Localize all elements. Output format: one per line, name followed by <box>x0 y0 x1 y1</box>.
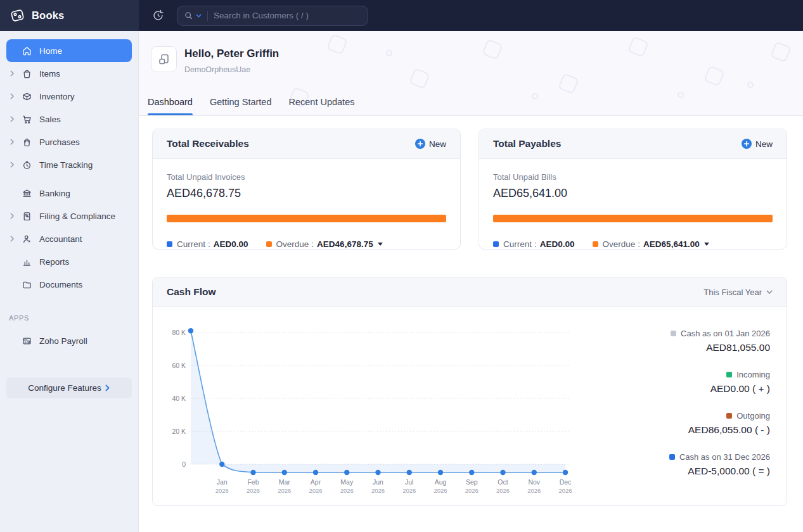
chevron-right-icon <box>10 139 15 145</box>
books-logo[interactable]: Books <box>0 0 139 31</box>
cashflow-summary: Cash as on 01 Jan 2026AED81,055.00Incomi… <box>669 329 770 493</box>
tab-dashboard[interactable]: Dashboard <box>148 97 193 115</box>
svg-text:Dec: Dec <box>560 478 572 486</box>
new-bill-button[interactable]: New <box>742 139 773 149</box>
receivables-current-legend: Current : AED0.00 <box>167 239 248 249</box>
global-search[interactable] <box>177 6 368 26</box>
apps-section-label: APPS <box>9 314 138 322</box>
new-invoice-button[interactable]: New <box>415 139 446 149</box>
svg-text:2026: 2026 <box>527 487 541 494</box>
sidebar-item-banking[interactable]: Banking <box>6 182 132 205</box>
svg-text:Oct: Oct <box>498 478 508 486</box>
tab-recent-updates[interactable]: Recent Updates <box>288 97 354 115</box>
sidebar-item-zoho-payroll[interactable]: Zoho Payroll <box>6 329 132 352</box>
svg-text:2026: 2026 <box>340 487 354 494</box>
sidebar-item-label: Time Tracking <box>39 160 93 170</box>
svg-text:Nov: Nov <box>528 478 540 486</box>
decor-shape <box>482 39 503 60</box>
sidebar-item-documents[interactable]: Documents <box>6 273 132 296</box>
sidebar-item-label: Zoho Payroll <box>39 336 87 346</box>
sidebar-item-label: Inventory <box>39 92 75 101</box>
decor-shape <box>532 93 538 99</box>
svg-text:Jan: Jan <box>217 478 228 486</box>
plus-circle-icon <box>742 139 752 149</box>
svg-text:Mar: Mar <box>279 478 291 486</box>
sidebar-item-label: Purchases <box>39 137 80 147</box>
purchases-icon <box>22 137 32 148</box>
svg-text:Jun: Jun <box>373 478 383 486</box>
legend-swatch <box>726 372 732 377</box>
svg-text:2026: 2026 <box>215 487 229 494</box>
receivables-amount: AED46,678.75 <box>167 187 446 200</box>
plus-circle-icon <box>415 139 425 149</box>
svg-text:2026: 2026 <box>434 487 447 494</box>
receivables-overdue-legend: Overdue : AED46,678.75 <box>266 239 383 249</box>
decor-shape <box>326 34 348 55</box>
main-area: Hello, Peter Griffin DemoOrpheusUae Dash… <box>139 31 803 532</box>
svg-text:20 K: 20 K <box>172 428 186 435</box>
sidebar-item-label: Sales <box>39 115 61 124</box>
org-avatar <box>151 46 177 72</box>
sidebar-apps: Zoho Payroll <box>0 329 138 352</box>
decor-shape <box>627 36 649 58</box>
chevron-right-icon <box>10 213 15 219</box>
filing-icon <box>22 211 32 222</box>
configure-features-label: Configure Features <box>28 383 101 393</box>
sidebar-item-filing-compliance[interactable]: Filing & Compliance <box>6 205 132 227</box>
sales-icon <box>22 114 32 125</box>
time-icon <box>22 160 32 170</box>
svg-text:0: 0 <box>182 460 186 468</box>
svg-text:Aug: Aug <box>435 478 447 486</box>
search-scope-caret-icon[interactable] <box>196 14 202 18</box>
svg-text:2026: 2026 <box>558 487 572 494</box>
svg-text:2026: 2026 <box>278 487 291 494</box>
overdue-swatch <box>266 241 272 247</box>
cashflow-summary-incoming: IncomingAED0.00 ( + ) <box>669 370 770 395</box>
payroll-icon <box>22 336 32 346</box>
decor-shape <box>678 92 684 98</box>
receivables-subtitle: Total Unpaid Invoices <box>167 172 446 182</box>
cashflow-title: Cash Flow <box>167 286 216 298</box>
items-icon <box>22 68 32 79</box>
receivables-progress-bar <box>167 215 446 222</box>
chevron-right-icon <box>105 384 110 391</box>
configure-features-button[interactable]: Configure Features <box>6 377 132 398</box>
search-divider <box>207 11 208 21</box>
search-input[interactable] <box>214 11 361 20</box>
tab-getting-started[interactable]: Getting Started <box>210 97 272 115</box>
decor-shape <box>770 41 792 63</box>
new-label: New <box>755 139 773 149</box>
home-icon <box>22 46 32 56</box>
sidebar-item-purchases[interactable]: Purchases <box>6 130 132 153</box>
sidebar-item-label: Reports <box>39 257 69 267</box>
refresh-icon <box>151 9 165 22</box>
refresh-button[interactable] <box>147 5 169 27</box>
legend-swatch <box>671 331 676 336</box>
overdue-dropdown-caret[interactable] <box>378 243 383 246</box>
search-icon <box>184 11 193 20</box>
sidebar-item-home[interactable]: Home <box>6 39 132 62</box>
total-payables-card: Total Payables New Total Unpaid Bills AE… <box>479 129 787 250</box>
sidebar-item-reports[interactable]: Reports <box>6 250 132 273</box>
svg-text:Jul: Jul <box>405 478 413 486</box>
documents-icon <box>22 279 32 290</box>
sidebar-item-sales[interactable]: Sales <box>6 108 132 130</box>
accountant-icon <box>22 234 32 244</box>
total-receivables-card: Total Receivables New Total Unpaid Invoi… <box>152 129 461 250</box>
fiscal-year-dropdown[interactable]: This Fiscal Year <box>703 288 773 297</box>
sidebar-nav: HomeItemsInventorySalesPurchasesTime Tra… <box>0 31 138 296</box>
sidebar-item-accountant[interactable]: Accountant <box>6 227 132 250</box>
decor-shape <box>747 82 754 88</box>
chevron-right-icon <box>10 93 15 99</box>
cashflow-chart: 80 K60 K40 K20 K0Jan2026Feb2026Mar2026Ap… <box>163 314 607 500</box>
svg-text:2026: 2026 <box>465 487 479 494</box>
svg-text:May: May <box>340 478 354 486</box>
svg-text:40 K: 40 K <box>172 395 186 402</box>
sidebar-item-items[interactable]: Items <box>6 62 132 85</box>
banking-icon <box>22 188 32 199</box>
overdue-dropdown-caret[interactable] <box>704 243 709 246</box>
chevron-down-icon <box>766 290 773 294</box>
sidebar-item-inventory[interactable]: Inventory <box>6 85 132 108</box>
svg-text:2026: 2026 <box>402 487 416 494</box>
sidebar-item-time-tracking[interactable]: Time Tracking <box>6 153 132 176</box>
